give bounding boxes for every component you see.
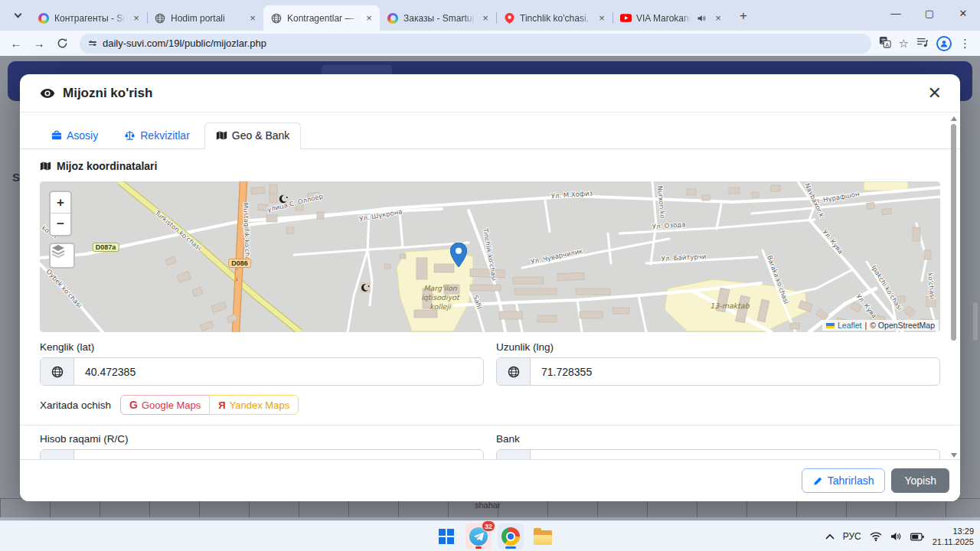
browser-tab-1[interactable]: Контрагенты - Smartup × — [31, 5, 147, 31]
tab-audio-icon[interactable] — [695, 12, 707, 24]
tab-label: Rekvizitlar — [140, 129, 190, 142]
tab-close-icon[interactable]: × — [363, 12, 375, 24]
tab-close-icon[interactable]: × — [596, 12, 608, 24]
window-maximize-button[interactable]: ▢ — [913, 0, 946, 26]
background-text-fragment: S — [12, 171, 20, 184]
back-button[interactable]: ← — [6, 34, 26, 54]
translate-icon[interactable]: 文A — [879, 36, 891, 51]
chrome-taskbar-icon[interactable] — [498, 523, 524, 549]
map-layers-button[interactable] — [49, 243, 75, 269]
browser-tab-5[interactable]: Tinchlik ko'chasi, 192 — Ya × — [496, 5, 612, 31]
tray-chevron-icon[interactable] — [825, 533, 835, 540]
tab-rekvizitlar[interactable]: Rekvizitlar — [113, 122, 201, 149]
browser-tabstrip: Контрагенты - Smartup × Hodim portali × … — [0, 0, 980, 31]
new-tab-button[interactable]: + — [733, 6, 753, 26]
taskbar-clock[interactable]: 13:29 21.11.2025 — [933, 526, 974, 548]
google-maps-button[interactable]: G Google Maps — [120, 395, 210, 415]
telegram-badge: 32 — [482, 520, 495, 532]
leaflet-link[interactable]: Leaflet — [838, 321, 862, 330]
site-info-icon[interactable] — [89, 41, 96, 45]
menu-dots-icon[interactable]: ⋮ — [959, 37, 971, 51]
windows-taskbar: 32 РУС 13:29 21.11.2025 — [0, 520, 980, 551]
lat-label: Kenglik (lat) — [40, 341, 484, 353]
account-input[interactable] — [40, 449, 484, 460]
modal-scrollbar[interactable] — [950, 115, 958, 459]
browser-tab-4[interactable]: Заказы - Smartup × — [380, 5, 496, 31]
zoom-in-button[interactable]: + — [51, 192, 70, 214]
zoom-out-button[interactable]: − — [51, 214, 70, 235]
modal-scrollbar-thumb[interactable] — [951, 124, 956, 341]
telegram-taskbar-icon[interactable]: 32 — [466, 523, 492, 549]
yandex-maps-button[interactable]: Я Yandex Maps — [209, 395, 299, 415]
folder-icon — [534, 530, 552, 545]
profile-avatar[interactable] — [936, 36, 952, 51]
lng-value: 71.728355 — [531, 358, 939, 385]
modal-title: Mijozni ko'rish — [63, 86, 152, 101]
scales-icon — [124, 130, 136, 141]
clock-date: 21.11.2025 — [933, 536, 974, 547]
start-button[interactable] — [433, 523, 459, 549]
window-close-button[interactable]: ✕ — [946, 0, 980, 26]
map-attribution: Leaflet | © OpenStreetMap — [822, 320, 939, 331]
file-explorer-taskbar-icon[interactable] — [530, 523, 556, 549]
svg-text:↑: ↑ — [235, 265, 238, 272]
language-indicator[interactable]: РУС — [843, 531, 861, 542]
globe-icon — [41, 358, 74, 385]
scroll-down-arrow[interactable] — [951, 453, 957, 458]
youtube-favicon-icon — [619, 12, 632, 24]
leaflet-map[interactable]: ↑↓улица С. ОллоёрMustaqillik ko'chasiУл.… — [40, 181, 940, 332]
bank-label: Bank — [496, 433, 940, 445]
media-controls-icon[interactable] — [916, 37, 929, 50]
browser-tab-active[interactable]: Kontragentlar — stacked m × — [263, 5, 380, 31]
scroll-up-arrow[interactable] — [951, 116, 957, 121]
forward-button[interactable]: → — [29, 34, 49, 54]
map-canvas: ↑↓улица С. ОллоёрMustaqillik ko'chasiУл.… — [40, 181, 940, 332]
modal-body: Mijoz koordinatalari ↑↓улица С. ОллоёрMu… — [20, 149, 960, 460]
ukraine-flag-icon — [826, 323, 835, 328]
desktop-screen: Контрагенты - Smartup × Hodim portali × … — [0, 0, 980, 551]
modal-footer: Tahrirlash Yopish — [20, 459, 960, 501]
modal-tab-bar: Asosiy Rekvizitlar Geo & Bank — [20, 112, 960, 149]
lng-label: Uzunlik (lng) — [496, 341, 940, 353]
tab-close-icon[interactable]: × — [479, 12, 492, 24]
address-bar[interactable]: daily-suvi.com/19l/public/mijozlar.php — [80, 34, 871, 54]
wifi-icon[interactable] — [870, 532, 882, 541]
browser-tab-6[interactable]: VIA Marokand - Oq lib × — [612, 5, 729, 31]
volume-icon[interactable] — [890, 532, 902, 541]
open-map-label: Xaritada ochish — [40, 399, 111, 411]
windows-logo-icon — [439, 529, 454, 544]
window-minimize-button[interactable]: — — [879, 0, 913, 26]
page-scrollbar-thumb[interactable] — [973, 302, 978, 341]
close-modal-button[interactable]: Yopish — [891, 468, 949, 493]
lat-input[interactable]: 40.472385 — [40, 357, 484, 386]
tab-asosiy[interactable]: Asosiy — [40, 122, 109, 149]
chrome-icon — [501, 527, 520, 546]
tab-title: Контрагенты - Smartup — [54, 13, 126, 24]
pencil-icon — [813, 476, 823, 486]
tab-label: Geo & Bank — [232, 129, 290, 142]
layers-icon — [51, 244, 66, 258]
tab-close-icon[interactable]: × — [130, 12, 142, 24]
bank-input[interactable] — [496, 449, 940, 460]
tab-search-button[interactable] — [8, 5, 28, 25]
eye-icon — [40, 86, 55, 101]
battery-icon[interactable] — [910, 533, 924, 541]
tab-title: Kontragentlar — stacked m — [287, 13, 358, 24]
tab-close-icon[interactable]: × — [712, 12, 724, 24]
map-marker-pin[interactable] — [450, 243, 467, 267]
tab-title: Заказы - Smartup — [403, 13, 475, 24]
tab-close-icon[interactable]: × — [247, 12, 259, 24]
map-zoom-control: + − — [49, 191, 72, 236]
url-text: daily-suvi.com/19l/public/mijozlar.php — [103, 37, 266, 49]
edit-button[interactable]: Tahrirlash — [802, 468, 886, 493]
svg-text:A: A — [885, 42, 889, 47]
tab-geo-bank[interactable]: Geo & Bank — [204, 122, 302, 149]
lng-input[interactable]: 71.728355 — [496, 357, 940, 386]
osm-copyright[interactable]: © OpenStreetMap — [870, 321, 935, 330]
browser-tab-2[interactable]: Hodim portali × — [147, 5, 263, 31]
tab-title: Tinchlik ko'chasi, 192 — Ya — [520, 13, 591, 24]
modal-close-icon[interactable]: ✕ — [928, 85, 942, 102]
chevron-down-icon — [14, 10, 21, 18]
reload-button[interactable] — [52, 34, 72, 54]
bookmark-star-icon[interactable]: ☆ — [899, 37, 909, 51]
